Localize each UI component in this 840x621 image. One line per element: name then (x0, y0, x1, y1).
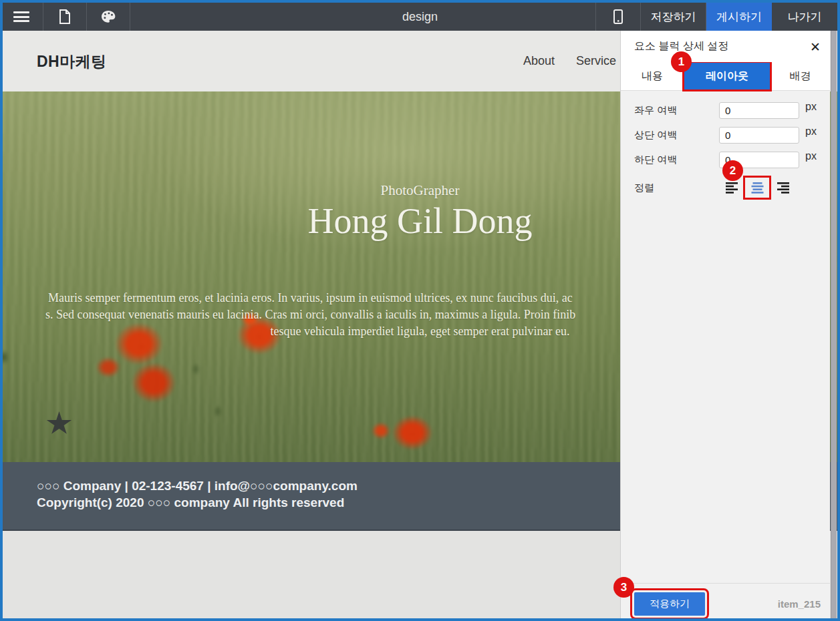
field-label: 하단 여백 (634, 154, 719, 166)
horizontal-margin-input[interactable] (719, 102, 799, 119)
footer-contact-line: ○○○ Company | 02-123-4567 | info@○○○comp… (37, 479, 358, 493)
unit-label: px (805, 101, 817, 113)
save-button[interactable]: 저장하기 (641, 3, 706, 31)
editor-window: DH마케팅 About Service PhotoGrapher Hong Gi… (0, 0, 840, 621)
palette-icon (101, 10, 116, 23)
document-icon (59, 9, 71, 24)
field-label: 정렬 (634, 182, 719, 194)
align-center-icon (751, 182, 764, 194)
panel-body: 좌우 여백 px 상단 여백 px 하단 여백 px 정렬 (621, 91, 830, 196)
hero-paragraph-line: Mauris semper fermentum eros, et lacinia… (48, 291, 573, 305)
field-row-horizontal-margin: 좌우 여백 px (634, 101, 830, 119)
nav-link-about[interactable]: About (523, 54, 555, 68)
editor-toolbar: design 저장하기 게시하기 나가기 (0, 3, 840, 31)
site-logo[interactable]: DH마케팅 (37, 51, 107, 71)
menu-button[interactable] (0, 3, 43, 31)
top-margin-input[interactable] (719, 127, 799, 144)
page-button[interactable] (43, 3, 87, 31)
panel-scrollbar[interactable] (831, 31, 837, 618)
footer-copyright-line: Copyright(c) 2020 ○○○ company All rights… (37, 495, 344, 510)
align-right-icon (777, 182, 789, 194)
unit-label: px (805, 126, 817, 138)
mobile-preview-button[interactable] (595, 3, 641, 31)
block-settings-panel: 요소 블럭 상세 설정 ✕ 내용 레이아웃 배경 좌우 여백 px 상단 여백 … (620, 31, 830, 618)
field-label: 상단 여백 (634, 129, 719, 142)
align-left-icon (726, 182, 738, 194)
nav-link-service[interactable]: Service (576, 54, 616, 68)
panel-header: 요소 블럭 상세 설정 ✕ (621, 31, 830, 62)
field-row-top-margin: 상단 여백 px (634, 126, 830, 144)
mobile-icon (613, 9, 623, 24)
apply-button[interactable]: 적용하기 (634, 592, 705, 616)
panel-footer: 적용하기 item_215 (621, 583, 830, 618)
hero-paragraph-line: s. Sed consequat venenatis mauris eu lac… (45, 308, 575, 322)
panel-tabs: 내용 레이아웃 배경 (621, 62, 830, 91)
annotation-step-1: 1 (671, 51, 692, 72)
unit-label: px (805, 150, 817, 162)
item-id-label: item_215 (778, 598, 821, 610)
align-center-highlight-box (745, 178, 769, 198)
annotation-step-2: 2 (722, 160, 743, 181)
exit-button[interactable]: 나가기 (772, 3, 837, 31)
site-nav: About Service (523, 31, 616, 91)
tab-background[interactable]: 배경 (771, 62, 830, 90)
align-left-button[interactable] (724, 181, 739, 194)
hamburger-icon (13, 11, 29, 22)
publish-button[interactable]: 게시하기 (706, 3, 772, 31)
close-icon[interactable]: ✕ (810, 40, 821, 53)
field-label: 좌우 여백 (634, 104, 719, 117)
design-button[interactable] (87, 3, 130, 31)
tab-layout[interactable]: 레이아웃 (684, 62, 771, 90)
align-center-button[interactable] (750, 181, 764, 194)
field-row-align: 정렬 (634, 179, 830, 196)
annotation-step-3: 3 (613, 577, 634, 598)
align-right-button[interactable] (775, 181, 790, 194)
